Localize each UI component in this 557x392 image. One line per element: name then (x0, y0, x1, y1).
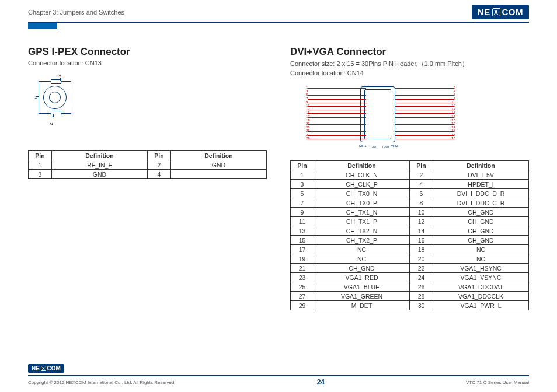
gnd-label-r: GND (382, 145, 389, 149)
chapter-title: Chapter 3: Jumpers and Switches (28, 9, 124, 16)
table-row: 17NC18NC (291, 245, 529, 254)
logo-text-post: COM (502, 7, 524, 17)
table-row: 25VGA1_BLUE26VGA1_DDCDAT (291, 282, 529, 292)
table-row: 5CH_TX0_N6DVI_I_DDC_D_R (291, 189, 529, 198)
th-def2: Definition (171, 151, 267, 160)
brand-logo: NEXCOM (472, 5, 529, 19)
table-row: 23VGA1_RED24VGA1_VSYNC (291, 273, 529, 282)
right-pinout-table: Pin Definition Pin Definition 1CH_CLK_N2… (290, 160, 529, 310)
copyright-text: Copyright © 2012 NEXCOM International Co… (28, 380, 176, 385)
page-number: 24 (317, 378, 325, 386)
ipex-pin-3-label: 3 (57, 74, 62, 76)
th-pin: Pin (291, 161, 314, 170)
table-row: 3CH_CLK_P4HPDET_I (291, 180, 529, 189)
ipex-pin-2-label: 2 (48, 123, 54, 125)
footer-divider (28, 375, 529, 376)
table-row: 29M_DET30VGA1_PWR_L (291, 301, 529, 310)
left-column: GPS I-PEX Connector Connector location: … (28, 46, 267, 310)
logo-text-pre: NE (478, 7, 490, 17)
gnd-label-l: GND (371, 145, 377, 149)
table-row: 11CH_TX1_P12CH_GND (291, 217, 529, 226)
left-pinout-table: Pin Definition Pin Definition 1RF_IN_F2G… (28, 150, 267, 179)
th-pin: Pin (29, 151, 52, 160)
right-connector-location: Connector location: CN14 (290, 69, 529, 76)
footer-logo-x-icon: X (41, 366, 46, 371)
header-tab-icon (28, 23, 57, 29)
ipex-pin-1-label: 1 (34, 94, 37, 100)
table-row: 15CH_TX2_P16CH_GND (291, 236, 529, 245)
table-row: 1CH_CLK_N2DVI_I_5V (291, 170, 529, 180)
table-row: 21CH_GND22VGA1_HSYNC (291, 264, 529, 273)
right-column: DVI+VGA Connector Connector size: 2 x 15… (290, 46, 529, 310)
mounting-hole-1-label: MH1 (359, 144, 367, 148)
logo-x-icon: X (492, 8, 500, 16)
th-def: Definition (52, 151, 148, 160)
table-row: 3GND4 (29, 170, 267, 179)
th-pin2: Pin (148, 151, 171, 160)
left-section-title: GPS I-PEX Connector (28, 46, 267, 58)
footer-logo-post: COM (47, 365, 61, 372)
table-row: 19NC20NC (291, 254, 529, 264)
left-connector-location: Connector location: CN13 (28, 60, 267, 66)
manual-title: VTC 71-C Series User Manual (466, 380, 529, 385)
mounting-hole-2-label: MH2 (391, 144, 398, 148)
pin-header-diagram: 1234567891011121314151617181920212223242… (308, 83, 465, 153)
table-row: 13CH_TX2_N14CH_GND (291, 226, 529, 236)
table-row: 1RF_IN_F2GND (29, 160, 267, 170)
ipex-connector-diagram: 1 2 3 (37, 79, 73, 116)
footer-logo: NEXCOM (28, 364, 64, 373)
th-pin2: Pin (410, 161, 433, 170)
th-def2: Definition (433, 161, 529, 170)
right-connector-size: Connector size: 2 x 15 = 30Pins PIN Head… (290, 60, 529, 68)
table-row: 9CH_TX1_N10CH_GND (291, 208, 529, 217)
header-divider (28, 22, 529, 23)
footer-logo-pre: NE (32, 365, 40, 372)
right-section-title: DVI+VGA Connector (290, 46, 529, 58)
th-def: Definition (314, 161, 410, 170)
table-row: 27VGA1_GREEN28VGA1_DDCCLK (291, 292, 529, 301)
table-row: 7CH_TX0_P8DVI_I_DDC_C_R (291, 198, 529, 208)
